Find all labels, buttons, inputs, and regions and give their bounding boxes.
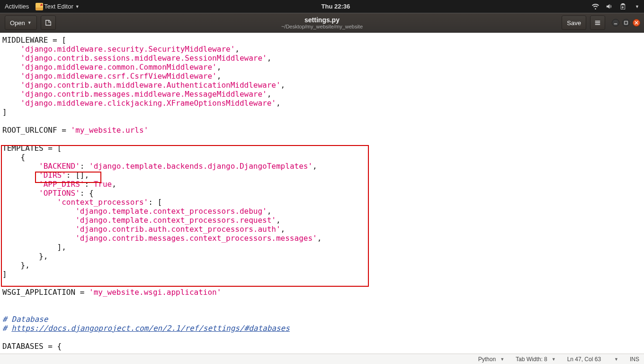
code-text: ROOT_URLCONF = [2, 126, 71, 135]
titlebox: settings.py ~/Desktop/my_website/my_webs… [281, 16, 363, 30]
code-string: 'OPTIONS' [39, 189, 80, 198]
code-comment: # Database [2, 315, 48, 324]
chevron-down-icon: ▼ [635, 4, 639, 9]
document-path: ~/Desktop/my_website/my_website [281, 24, 363, 30]
menu-icon [594, 19, 601, 26]
app-name: Text Editor [44, 3, 73, 10]
hamburger-menu[interactable] [590, 16, 605, 30]
chevron-down-icon: ▼ [75, 4, 80, 9]
code-string: 'DIRS' [39, 171, 66, 180]
svg-rect-0 [614, 24, 617, 25]
code-string: 'django.contrib.sessions.middleware.Sess… [21, 54, 267, 63]
window-minimize[interactable] [612, 19, 619, 27]
code-string: 'django.contrib.auth.context_processors.… [75, 225, 280, 234]
language-label: Python [478, 356, 496, 363]
new-tab-button[interactable] [41, 16, 56, 30]
code-string: 'django.middleware.csrf.CsrfViewMiddlewa… [21, 72, 217, 81]
code-string: 'django.middleware.security.SecurityMidd… [21, 45, 235, 54]
code-string: 'django.template.context_processors.debu… [75, 207, 267, 216]
code-string: 'django.template.backends.django.DjangoT… [89, 162, 313, 171]
code-text: ] [2, 108, 7, 117]
tabwidth-selector[interactable]: Tab Width: 8▼ [516, 356, 556, 363]
battery-icon [619, 3, 626, 10]
chevron-down-icon: ▼ [27, 20, 32, 25]
chevron-down-icon: ▼ [552, 357, 556, 362]
code-string: 'APP_DIRS' [39, 180, 84, 189]
window-maximize[interactable] [622, 19, 630, 27]
code-string: 'django.contrib.auth.middleware.Authenti… [21, 81, 281, 90]
document-title: settings.py [281, 16, 363, 24]
minimize-icon [614, 21, 617, 25]
cursor-position: Ln 47, Col 63 [567, 356, 601, 363]
status-bar: Python▼ Tab Width: 8▼ Ln 47, Col 63 ▼ IN… [0, 354, 644, 364]
window-close[interactable] [633, 19, 640, 27]
close-icon [635, 21, 638, 25]
code-text: TEMPLATES = [ [2, 144, 62, 153]
code-text: { [2, 153, 25, 162]
maximize-icon [624, 21, 628, 25]
code-text: MIDDLEWARE = [ [2, 36, 66, 45]
code-string: 'django.contrib.messages.middleware.Mess… [21, 90, 267, 99]
code-string: True [94, 180, 112, 189]
code-string: 'django.template.context_processors.requ… [75, 216, 276, 225]
open-label: Open [10, 19, 25, 27]
new-document-icon [45, 19, 52, 26]
code-string: 'my_website.urls' [71, 126, 149, 135]
code-string: 'context_processors' [57, 198, 149, 207]
code-string: 'BACKEND' [39, 162, 80, 171]
gnome-topbar: Activities Text Editor ▼ Thu 22:36 ▼ [0, 0, 644, 13]
source-code[interactable]: MIDDLEWARE = [ 'django.middleware.securi… [0, 33, 644, 351]
editor-area[interactable]: MIDDLEWARE = [ 'django.middleware.securi… [0, 33, 644, 354]
insert-mode[interactable]: INS [630, 356, 639, 363]
chevron-down-icon: ▼ [500, 357, 504, 362]
volume-icon [606, 3, 613, 10]
clock[interactable]: Thu 22:36 [80, 3, 592, 10]
system-status-area[interactable]: ▼ [592, 3, 644, 10]
code-comment-link[interactable]: https://docs.djangoproject.com/en/2.1/re… [11, 324, 290, 333]
code-string: 'django.middleware.common.CommonMiddlewa… [21, 63, 217, 72]
tabwidth-label: Tab Width: 8 [516, 356, 547, 363]
code-string: 'my_website.wsgi.application' [89, 288, 221, 297]
chevron-down-icon[interactable]: ▼ [614, 357, 618, 362]
code-string: 'django.contrib.messages.context_process… [75, 234, 317, 243]
code-string: 'django.middleware.clickjacking.XFrameOp… [21, 99, 276, 108]
text-editor-icon [36, 3, 43, 10]
app-menu[interactable]: Text Editor ▼ [36, 3, 79, 10]
headerbar: Open ▼ settings.py ~/Desktop/my_website/… [0, 13, 644, 33]
code-text: WSGI_APPLICATION = [2, 288, 89, 297]
svg-rect-1 [625, 21, 627, 24]
code-text: DATABASES = { [2, 342, 62, 351]
save-button[interactable]: Save [562, 16, 586, 30]
language-selector[interactable]: Python▼ [478, 356, 504, 363]
activities-button[interactable]: Activities [5, 3, 29, 10]
code-comment: # [2, 324, 11, 333]
open-button[interactable]: Open ▼ [5, 16, 37, 30]
wifi-icon [592, 3, 599, 10]
save-label: Save [567, 19, 581, 27]
